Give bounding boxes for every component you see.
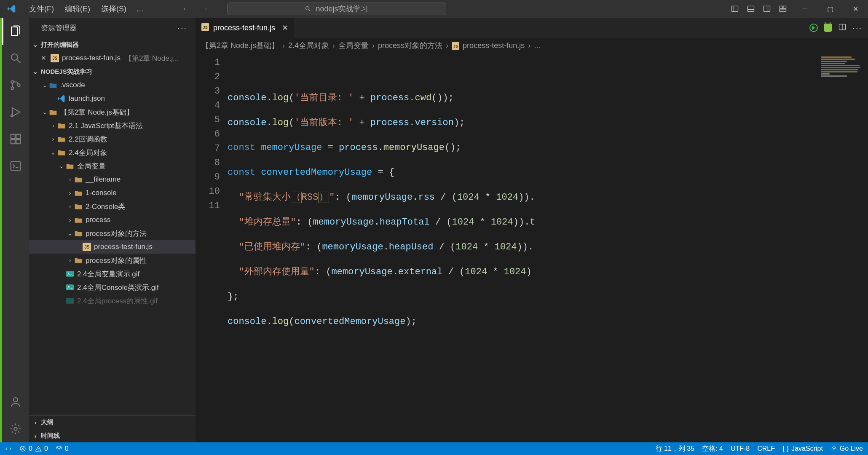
window-minimize-icon[interactable]: ─ — [792, 0, 817, 18]
folder-process-props[interactable]: › process对象的属性 — [29, 254, 196, 267]
breadcrumb-segment[interactable]: process-test-fun.js — [463, 41, 525, 50]
status-language-mode[interactable]: { }JavaScript — [782, 445, 823, 452]
status-problems[interactable]: 0 0 — [19, 445, 48, 452]
editor-tab-active[interactable]: JS process-test-fun.js ✕ — [196, 18, 295, 38]
nav-back-icon[interactable]: ← — [181, 3, 193, 15]
editor-tabbar: JS process-test-fun.js ✕ ··· — [196, 18, 868, 38]
nav-forward-icon[interactable]: → — [198, 3, 210, 15]
open-editor-item[interactable]: ✕ JS process-test-fun.js 【第2章 Node.j... — [29, 51, 196, 65]
code-editor[interactable]: 1234567891011 console.log('当前目录: ' + pro… — [196, 53, 868, 442]
tree-label: 2.4全局变量演示.gif — [77, 269, 139, 279]
svg-rect-8 — [780, 6, 783, 8]
chevron-right-icon: › — [49, 136, 57, 142]
activity-settings-icon[interactable] — [2, 415, 29, 442]
folder-2-1[interactable]: › 2.1 JavaScript基本语法 — [29, 119, 196, 132]
file-gif-2[interactable]: 2.4全局Console类演示.gif — [29, 281, 196, 294]
editor-tab-label: process-test-fun.js — [213, 24, 275, 32]
folder-open-icon — [57, 148, 66, 157]
file-process-test-fun[interactable]: JS process-test-fun.js — [29, 240, 196, 254]
menu-select[interactable]: 选择(S) — [96, 0, 132, 18]
section-open-editors-label: 打开的编辑器 — [41, 41, 79, 49]
folder-1-console[interactable]: › 1-console — [29, 186, 196, 200]
section-outline[interactable]: › 大纲 — [29, 415, 196, 429]
customize-layout-icon[interactable] — [776, 2, 790, 16]
command-center[interactable]: nodejs实战学习 — [227, 3, 446, 15]
section-workspace[interactable]: ⌄ NODEJS实战学习 — [29, 65, 196, 78]
folder-2-2[interactable]: › 2.2回调函数 — [29, 132, 196, 146]
more-actions-icon[interactable]: ··· — [852, 23, 862, 33]
chevron-right-icon: › — [32, 419, 39, 426]
section-open-editors[interactable]: ⌄ 打开的编辑器 — [29, 38, 196, 51]
svg-point-43 — [38, 450, 39, 450]
status-warnings-count: 0 — [44, 445, 48, 452]
folder-filename[interactable]: › __filename — [29, 173, 196, 186]
breadcrumb-segment[interactable]: process对象的方法 — [378, 40, 442, 51]
menu-bar: 文件(F) 编辑(E) 选择(S) … — [24, 0, 148, 18]
svg-point-31 — [68, 286, 69, 287]
activity-search-icon[interactable] — [2, 45, 29, 72]
file-launch-json[interactable]: launch.json — [29, 92, 196, 105]
svg-point-15 — [17, 84, 20, 86]
tree-label: 2.4全局Console类演示.gif — [77, 283, 159, 292]
split-editor-icon[interactable] — [838, 23, 847, 33]
toggle-secondary-sidebar-icon[interactable] — [760, 2, 774, 16]
image-file-icon — [65, 283, 75, 292]
menu-edit[interactable]: 编辑(E) — [59, 0, 96, 18]
status-cursor-position[interactable]: 行 11，列 35 — [656, 444, 694, 453]
menu-file[interactable]: 文件(F) — [24, 0, 59, 18]
folder-icon — [57, 134, 66, 144]
breadcrumb-segment[interactable]: 【第2章 Node.js基础】 — [201, 40, 279, 51]
breadcrumb-segment[interactable]: ... — [534, 41, 540, 50]
folder-2-4[interactable]: ⌄ 2.4全局对象 — [29, 146, 196, 159]
folder-globals[interactable]: ⌄ 全局变量 — [29, 159, 196, 173]
folder-icon — [74, 215, 83, 225]
menu-overflow[interactable]: … — [132, 5, 148, 13]
activity-extensions-icon[interactable] — [2, 126, 29, 153]
folder-vscode[interactable]: ⌄ .vscode — [29, 78, 196, 92]
status-encoding[interactable]: UTF-8 — [731, 445, 750, 452]
folder-process[interactable]: › process — [29, 213, 196, 227]
activity-source-control-icon[interactable] — [2, 72, 29, 99]
chevron-right-icon: › — [66, 217, 74, 223]
breadcrumb-segment[interactable]: 全局变量 — [338, 40, 369, 51]
chevron-right-icon: › — [66, 190, 74, 196]
window-close-icon[interactable]: ✕ — [843, 0, 868, 18]
activity-explorer-icon[interactable] — [2, 18, 29, 45]
chevron-right-icon: › — [66, 257, 74, 264]
window-maximize-icon[interactable]: ▢ — [817, 0, 843, 18]
section-timeline[interactable]: › 时间线 — [29, 429, 196, 442]
chevron-down-icon: ⌄ — [32, 41, 39, 48]
folder-process-methods[interactable]: ⌄ process对象的方法 — [29, 227, 196, 240]
activity-run-debug-icon[interactable] — [2, 99, 29, 126]
chevron-down-icon: ⌄ — [41, 82, 48, 88]
status-indentation[interactable]: 空格: 4 — [702, 444, 723, 453]
folder-2-console[interactable]: › 2-Console类 — [29, 200, 196, 213]
status-eol[interactable]: CRLF — [757, 445, 775, 452]
js-file-icon: JS — [82, 242, 91, 252]
chevron-right-icon: › — [528, 41, 530, 50]
android-icon[interactable] — [824, 24, 832, 32]
chevron-down-icon: ⌄ — [66, 230, 74, 237]
file-gif-3[interactable]: 2.4全局process的属性.gif — [29, 294, 196, 308]
activity-account-icon[interactable] — [2, 388, 29, 415]
breadcrumb[interactable]: 【第2章 Node.js基础】 › 2.4全局对象 › 全局变量 › proce… — [196, 38, 868, 53]
close-icon[interactable]: ✕ — [282, 23, 288, 32]
status-ports[interactable]: 0 — [56, 445, 69, 452]
sidebar-more-icon[interactable]: ··· — [177, 23, 187, 33]
breadcrumb-segment[interactable]: 2.4全局对象 — [288, 40, 329, 51]
folder-chapter2[interactable]: ⌄ 【第2章 Node.js基础】 — [29, 105, 196, 119]
vscode-settings-icon — [57, 94, 66, 103]
status-remote-icon[interactable] — [5, 445, 12, 452]
toggle-primary-sidebar-icon[interactable] — [728, 2, 742, 16]
svg-rect-30 — [66, 284, 74, 290]
code-content[interactable]: console.log('当前目录: ' + process.cwd()); c… — [228, 53, 868, 442]
toggle-panel-icon[interactable] — [744, 2, 758, 16]
activity-terminal-icon[interactable] — [2, 153, 29, 179]
file-gif-1[interactable]: 2.4全局变量演示.gif — [29, 267, 196, 281]
minimap[interactable] — [817, 53, 868, 442]
status-go-live[interactable]: Go Live — [830, 445, 863, 452]
svg-text:JS: JS — [84, 245, 90, 249]
run-icon[interactable] — [809, 24, 818, 32]
chevron-right-icon: › — [372, 41, 375, 50]
close-icon[interactable]: ✕ — [41, 54, 48, 62]
